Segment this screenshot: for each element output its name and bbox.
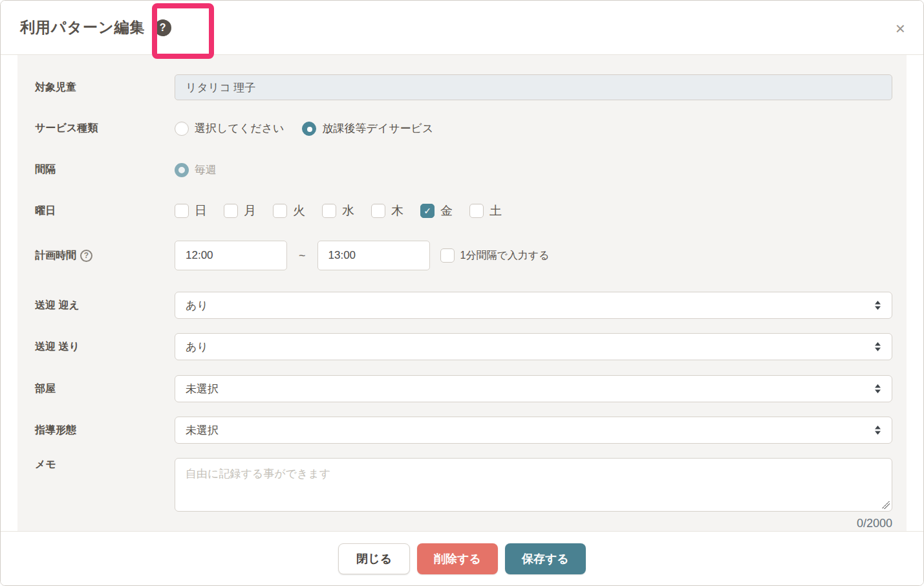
start-time-input[interactable]	[175, 241, 287, 270]
service-type-radio-unselected[interactable]: 選択してください	[175, 121, 284, 136]
target-child-label: 対象児童	[35, 81, 175, 94]
help-icon-glyph: ?	[160, 22, 166, 34]
minute-interval-checkbox[interactable]: ✓ 1分間隔で入力する	[440, 248, 550, 263]
close-icon[interactable]: ×	[896, 20, 905, 37]
modal-header: 利用パターン編集 ? ×	[1, 1, 923, 55]
checkbox-icon: ✓	[371, 204, 385, 218]
modal-body: 対象児童 サービス種類 選択してください 放課後等デイサービス	[1, 55, 923, 531]
service-type-label: サービス種類	[35, 122, 175, 135]
day-label: 水	[342, 202, 354, 219]
memo-char-counter: 0/2000	[857, 517, 892, 530]
interval-label: 間隔	[35, 163, 175, 177]
pickup-select-value: あり	[186, 298, 208, 313]
edit-usage-pattern-modal: 利用パターン編集 ? × 対象児童 サービス種類 選択してください	[0, 0, 924, 586]
row-pickup: 送迎 迎え あり	[35, 292, 892, 319]
close-button[interactable]: 閉じる	[338, 543, 410, 574]
resize-handle-icon[interactable]	[882, 501, 890, 509]
memo-label: メモ	[35, 458, 175, 472]
updown-arrows-icon	[874, 342, 881, 351]
dropoff-select[interactable]: あり	[175, 333, 892, 360]
planned-time-label-text: 計画時間	[35, 249, 76, 263]
modal-footer: 閉じる 削除する 保存する	[1, 531, 923, 585]
row-service-type: サービス種類 選択してください 放課後等デイサービス	[35, 121, 892, 136]
checkbox-icon: ✓	[420, 204, 435, 218]
radio-label: 選択してください	[195, 121, 284, 136]
weekday-checkbox-thu[interactable]: ✓ 木	[371, 202, 403, 219]
save-button[interactable]: 保存する	[505, 543, 586, 574]
minute-interval-label: 1分間隔で入力する	[460, 249, 550, 263]
weekday-checkbox-sun[interactable]: ✓ 日	[175, 202, 207, 219]
room-label: 部屋	[35, 382, 175, 396]
planned-time-label: 計画時間 ?	[35, 249, 175, 263]
checkbox-icon: ✓	[440, 248, 455, 263]
radio-icon	[302, 122, 316, 136]
row-planned-time: 計画時間 ? ~ ✓ 1分間隔で入力する	[35, 241, 892, 270]
day-label: 月	[244, 202, 256, 219]
weekday-checkbox-wed[interactable]: ✓ 水	[322, 202, 354, 219]
teaching-format-select[interactable]: 未選択	[175, 417, 892, 444]
row-teaching-format: 指導形態 未選択	[35, 417, 892, 444]
radio-icon	[175, 122, 189, 136]
pickup-select[interactable]: あり	[175, 292, 892, 319]
time-separator: ~	[299, 249, 306, 263]
updown-arrows-icon	[874, 301, 881, 310]
check-icon: ✓	[424, 206, 431, 216]
radio-label: 毎週	[195, 162, 217, 177]
help-glyph: ?	[84, 251, 89, 260]
row-interval: 間隔 毎週	[35, 162, 892, 177]
room-select-value: 未選択	[186, 382, 219, 396]
weekday-checkbox-tue[interactable]: ✓ 火	[273, 202, 305, 219]
teaching-format-label: 指導形態	[35, 424, 175, 437]
row-dropoff: 送迎 送り あり	[35, 333, 892, 360]
checkbox-icon: ✓	[175, 204, 189, 218]
checkbox-icon: ✓	[273, 204, 287, 218]
dropoff-label: 送迎 送り	[35, 340, 175, 354]
dropoff-select-value: あり	[186, 340, 208, 354]
planned-time-help-icon[interactable]: ?	[80, 250, 92, 262]
modal-title: 利用パターン編集	[20, 17, 145, 38]
room-select[interactable]: 未選択	[175, 375, 892, 402]
radio-label: 放課後等デイサービス	[322, 121, 433, 136]
checkbox-icon: ✓	[224, 204, 238, 218]
row-target-child: 対象児童	[35, 74, 892, 100]
weekday-checkbox-fri[interactable]: ✓ 金	[420, 202, 453, 219]
weekday-checkbox-mon[interactable]: ✓ 月	[224, 202, 256, 219]
service-type-radio-afterschool[interactable]: 放課後等デイサービス	[302, 121, 433, 136]
interval-radio-weekly: 毎週	[175, 162, 217, 177]
end-time-input[interactable]	[317, 241, 430, 270]
day-label: 木	[391, 202, 403, 219]
memo-textarea[interactable]	[175, 458, 892, 512]
day-label: 日	[195, 202, 207, 219]
delete-button[interactable]: 削除する	[417, 543, 498, 574]
day-label: 土	[489, 202, 502, 219]
row-memo: メモ	[35, 458, 892, 514]
radio-icon	[175, 163, 189, 177]
checkbox-icon: ✓	[322, 204, 336, 218]
pickup-label: 送迎 迎え	[35, 299, 175, 312]
teaching-format-select-value: 未選択	[186, 423, 219, 438]
row-room: 部屋 未選択	[35, 375, 892, 402]
weekday-checkbox-sat[interactable]: ✓ 土	[469, 202, 502, 219]
weekday-label: 曜日	[35, 204, 175, 218]
day-label: 火	[293, 202, 305, 219]
updown-arrows-icon	[874, 384, 881, 393]
target-child-input	[175, 74, 892, 100]
row-weekday: 曜日 ✓ 日 ✓ 月 ✓ 火 ✓ 水	[35, 202, 892, 219]
updown-arrows-icon	[874, 426, 881, 435]
form-panel: 対象児童 サービス種類 選択してください 放課後等デイサービス	[17, 55, 907, 531]
day-label: 金	[440, 202, 453, 219]
checkbox-icon: ✓	[469, 204, 484, 218]
help-icon[interactable]: ?	[155, 19, 171, 36]
row-memo-counter: 0/2000	[35, 517, 892, 530]
